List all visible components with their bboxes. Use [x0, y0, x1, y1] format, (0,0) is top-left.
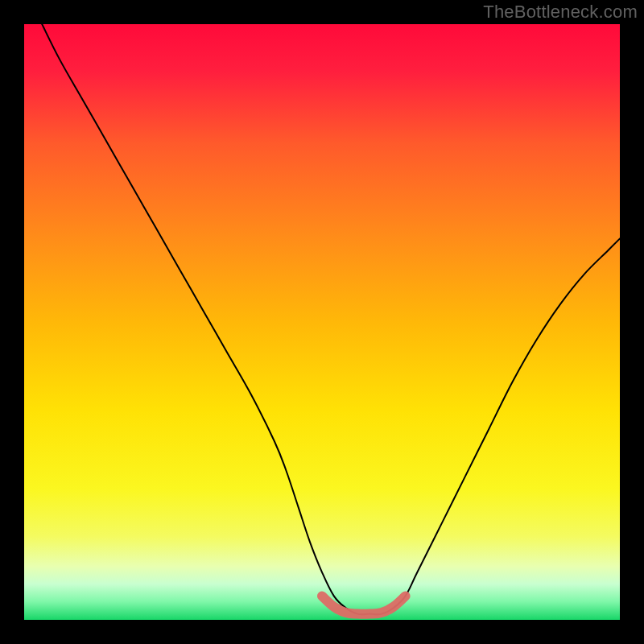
- chart-frame: TheBottleneck.com: [0, 0, 644, 644]
- bottleneck-chart: [24, 24, 620, 620]
- plot-area: [24, 24, 620, 620]
- watermark-text: TheBottleneck.com: [483, 2, 638, 23]
- gradient-background: [24, 24, 620, 620]
